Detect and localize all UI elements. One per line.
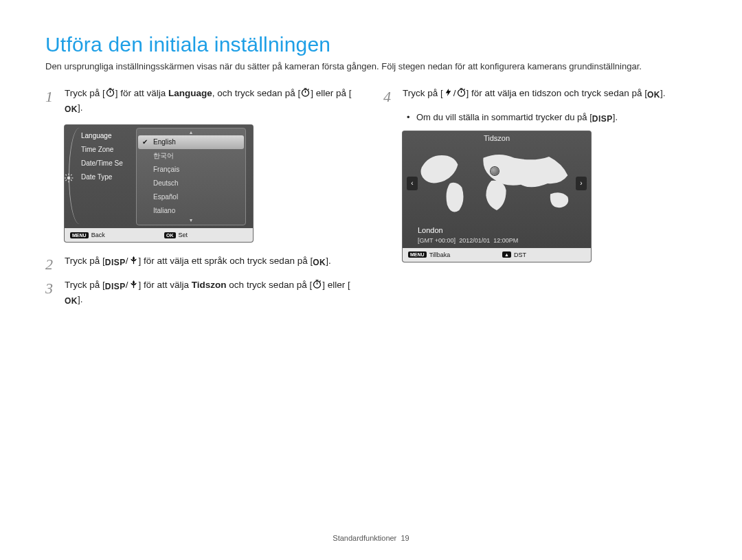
- disp-icon: DISP: [105, 258, 126, 268]
- step-number: 1: [45, 85, 53, 109]
- svg-rect-7: [65, 174, 67, 175]
- footer-back-label: Back: [91, 232, 105, 238]
- side-item-language: Language: [81, 129, 136, 143]
- up-key-icon: ▲: [502, 251, 511, 258]
- footer-dst-label: DST: [514, 251, 526, 258]
- step-text: ] för att välja ett språk och tryck seda…: [139, 256, 313, 266]
- svg-rect-12: [133, 284, 133, 288]
- ok-icon: OK: [313, 258, 326, 268]
- svg-rect-11: [133, 260, 133, 264]
- step-text: och tryck sedan på [: [227, 280, 313, 290]
- step-number: 3: [45, 277, 53, 300]
- step-4-sub: Om du vill ställa in sommartid trycker d…: [383, 111, 697, 124]
- macro-icon: [128, 279, 139, 289]
- footer-section: Standardfunktioner: [333, 534, 396, 542]
- step-bold: Tidszon: [192, 280, 227, 290]
- macro-icon: [128, 255, 139, 265]
- tz-time: 12:00PM: [493, 237, 518, 244]
- svg-rect-8: [71, 179, 72, 181]
- step-text: Tryck på [: [65, 256, 105, 266]
- disp-icon: DISP: [105, 282, 126, 292]
- step-text: ].: [660, 88, 666, 98]
- step-text: Tryck på [: [403, 88, 443, 98]
- footer-tillbaka-label: Tillbaka: [429, 251, 451, 258]
- footer-set-label: Set: [179, 232, 188, 238]
- side-item-datetype: Date Type: [81, 170, 136, 184]
- step-text: ] för att välja: [115, 88, 168, 98]
- location-pin-icon: [491, 167, 499, 175]
- timer-icon: [456, 87, 466, 98]
- lang-option-korean: 한국어: [138, 149, 244, 163]
- step-text: ] för att välja: [139, 280, 192, 290]
- ok-icon: OK: [65, 296, 78, 306]
- page-footer: Standardfunktioner 19: [0, 534, 742, 542]
- step-text: ] för att välja en tidszon och tryck sed…: [466, 88, 647, 98]
- tz-city: London: [418, 226, 443, 234]
- lang-option-italiano: Italiano: [138, 204, 244, 218]
- step-text: ] eller [: [322, 280, 350, 290]
- step-number: 4: [383, 85, 391, 109]
- tz-info: [GMT +00:00] 2012/01/01 12:00PM: [418, 237, 518, 244]
- step-text: Tryck på [: [65, 88, 105, 98]
- step-bold: Language: [168, 88, 212, 98]
- world-map: [416, 146, 577, 215]
- side-item-datetime: Date/Time Se: [81, 157, 136, 170]
- flash-icon: [443, 87, 453, 98]
- svg-rect-10: [65, 179, 67, 181]
- step-4: 4 Tryck på [/] för att välja en tidszon …: [383, 87, 697, 101]
- timer-icon: [300, 87, 311, 98]
- lang-option-espanol: Español: [138, 190, 244, 204]
- step-2: 2 Tryck på [DISP/] för att välja ett spr…: [45, 254, 359, 269]
- step-3: 3 Tryck på [DISP/] för att välja Tidszon…: [45, 278, 359, 307]
- svg-point-2: [67, 177, 71, 180]
- step-text: , och tryck sedan på [: [212, 88, 300, 98]
- menu-key-icon: MENU: [408, 251, 427, 258]
- lang-option-english: English: [138, 135, 244, 149]
- ok-key-icon: OK: [164, 232, 176, 238]
- step-text: Tryck på [: [65, 280, 105, 290]
- svg-rect-6: [71, 177, 73, 178]
- ok-icon: OK: [65, 104, 78, 115]
- step-text: ].: [78, 294, 83, 304]
- sub-text: ].: [613, 112, 618, 122]
- chevron-up-icon: ▴: [138, 130, 244, 135]
- lang-option-francais: Français: [138, 163, 244, 177]
- side-item-timezone: Time Zone: [81, 143, 136, 157]
- tz-date: 2012/01/01: [459, 237, 490, 244]
- step-text: ].: [78, 102, 83, 113]
- disp-icon: DISP: [592, 114, 613, 124]
- gear-icon: [65, 173, 74, 183]
- tz-next-arrow: ›: [576, 177, 587, 190]
- chevron-down-icon: ▾: [138, 218, 244, 223]
- tz-title: Tidszon: [403, 131, 591, 142]
- sub-text: Om du vill ställa in sommartid trycker d…: [416, 112, 592, 122]
- svg-rect-5: [65, 177, 66, 178]
- left-column: 1 Tryck på [] för att välja Language, oc…: [45, 87, 359, 317]
- lang-option-deutsch: Deutsch: [138, 177, 244, 190]
- footer-page: 19: [401, 534, 409, 542]
- step-text: ] eller på [: [311, 88, 351, 98]
- ok-icon: OK: [647, 90, 660, 100]
- step-text: ].: [326, 256, 331, 266]
- tz-gmt: [GMT +00:00]: [418, 237, 456, 244]
- svg-rect-4: [68, 181, 69, 182]
- intro-text: Den ursprungliga inställningsskärmen vis…: [45, 60, 697, 73]
- timezone-screen: Tidszon ‹ › London: [403, 131, 591, 262]
- timer-icon: [105, 87, 115, 98]
- page-title: Utföra den initiala inställningen: [45, 33, 697, 56]
- language-popup: ▴ English 한국어 Français Deutsch Español I…: [136, 128, 246, 225]
- language-screen: Language Time Zone Date/Time Se Date Typ…: [65, 125, 253, 242]
- step-1: 1 Tryck på [] för att välja Language, oc…: [45, 87, 359, 115]
- svg-rect-9: [71, 174, 72, 175]
- menu-key-icon: MENU: [70, 232, 89, 238]
- step-number: 2: [45, 253, 53, 276]
- timer-icon: [312, 279, 322, 289]
- right-column: 4 Tryck på [/] för att välja en tidszon …: [383, 87, 697, 317]
- svg-rect-3: [68, 174, 69, 175]
